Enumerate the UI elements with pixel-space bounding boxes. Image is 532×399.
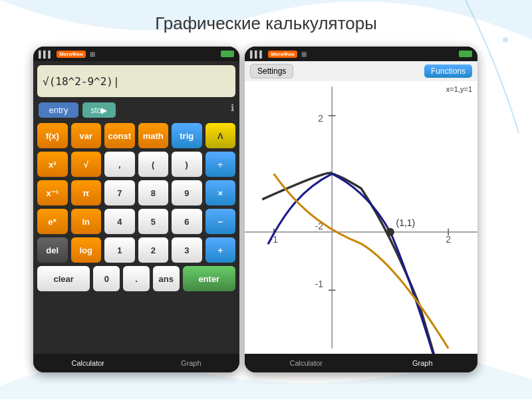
key-multiply[interactable]: × (205, 180, 236, 205)
status-bar-right: ▌▌▌ МегаФон ⊞ (245, 47, 477, 61)
graph-toolbar: Settings Functions (245, 61, 477, 81)
key-row-3: x⁻¹ π 7 8 9 × (37, 180, 235, 205)
key-log[interactable]: log (71, 237, 102, 263)
battery-icon-right (459, 51, 472, 57)
key-0[interactable]: 0 (93, 266, 120, 291)
key-del[interactable]: del (37, 237, 68, 263)
key-minus[interactable]: − (205, 209, 236, 234)
key-ln[interactable]: ln (71, 209, 102, 234)
tab-graph-left[interactable]: Graph (181, 359, 201, 367)
key-xinv[interactable]: x⁻¹ (37, 180, 68, 205)
key-exp[interactable]: eˣ (37, 209, 68, 234)
main-container: ▌▌▌ МегаФон ⊞ √(18^2-9^2)| entry sto▶ ℹ … (33, 47, 499, 372)
battery-icon (221, 51, 234, 57)
key-5[interactable]: 5 (138, 209, 169, 234)
key-math[interactable]: math (138, 123, 169, 148)
signal-icon-right: ▌▌▌ (250, 51, 264, 58)
key-ans[interactable]: ans (153, 266, 180, 291)
entry-button[interactable]: entry (39, 102, 78, 118)
key-divide[interactable]: ÷ (205, 152, 236, 177)
svg-text:-1: -1 (315, 279, 324, 289)
svg-point-0 (503, 37, 508, 43)
key-lparen[interactable]: ( (138, 152, 169, 177)
tab-graph-right[interactable]: Graph (412, 359, 433, 367)
key-clear[interactable]: clear (37, 266, 90, 291)
signal-icon: ▌▌▌ (39, 51, 53, 58)
app-icon-right: ⊞ (301, 51, 307, 58)
key-fx[interactable]: f(x) (37, 123, 68, 148)
info-icon[interactable]: ℹ (231, 102, 234, 118)
coord-label: x=1,y=1 (446, 85, 472, 93)
key-row-6: clear 0 . ans enter (37, 266, 235, 291)
svg-text:2: 2 (446, 234, 451, 245)
functions-button[interactable]: Functions (424, 65, 472, 78)
svg-text:2: 2 (318, 113, 323, 124)
key-4[interactable]: 4 (104, 209, 135, 234)
carrier-logo-right: МегаФон (268, 51, 297, 58)
secondary-row: entry sto▶ ℹ (33, 101, 239, 119)
key-row-2: x² √ , ( ) ÷ (37, 152, 235, 177)
key-row-4: eˣ ln 4 5 6 − (37, 209, 235, 234)
key-6[interactable]: 6 (172, 209, 202, 234)
key-2[interactable]: 2 (138, 237, 169, 263)
display-text: √(18^2-9^2)| (43, 75, 120, 88)
key-pi[interactable]: π (71, 180, 102, 205)
tab-bar-right: Calculator Graph (245, 354, 477, 372)
key-1[interactable]: 1 (104, 237, 135, 263)
carrier-logo: МегаФон (57, 51, 85, 58)
key-8[interactable]: 8 (138, 180, 169, 205)
settings-button[interactable]: Settings (250, 64, 293, 78)
key-xsq[interactable]: x² (37, 152, 68, 177)
key-var[interactable]: var (71, 123, 102, 148)
key-lambda[interactable]: Λ (205, 123, 236, 148)
key-row-1: f(x) var const math trig Λ (37, 123, 235, 148)
key-7[interactable]: 7 (104, 180, 135, 205)
calc-display: √(18^2-9^2)| (37, 65, 235, 97)
key-comma[interactable]: , (104, 152, 135, 177)
key-enter[interactable]: enter (183, 266, 235, 291)
svg-point-14 (386, 228, 394, 236)
page-title: Графические калькуляторы (0, 13, 532, 34)
key-rparen[interactable]: ) (172, 152, 202, 177)
calculator-right: ▌▌▌ МегаФон ⊞ Settings Functions x=1,y=1 (245, 47, 477, 372)
status-bar-left: ▌▌▌ МегаФон ⊞ (33, 47, 239, 61)
key-sqrt[interactable]: √ (71, 152, 102, 177)
tab-bar-left: Calculator Graph (33, 354, 239, 372)
graph-svg: -1 2 2 -1 -2 (1,1) (245, 81, 477, 354)
keypad: f(x) var const math trig Λ x² √ , ( ) ÷ … (33, 119, 239, 354)
tab-calculator-right[interactable]: Calculator (289, 359, 323, 367)
sto-button[interactable]: sto▶ (82, 102, 116, 118)
key-const[interactable]: const (104, 123, 135, 148)
tab-calculator-left[interactable]: Calculator (71, 359, 104, 367)
key-row-5: del log 1 2 3 + (37, 237, 235, 263)
key-trig[interactable]: trig (172, 123, 202, 148)
key-plus[interactable]: + (205, 237, 236, 263)
calculator-left: ▌▌▌ МегаФон ⊞ √(18^2-9^2)| entry sto▶ ℹ … (33, 47, 239, 372)
key-3[interactable]: 3 (172, 237, 202, 263)
graph-area: x=1,y=1 -1 2 2 -1 -2 (245, 81, 477, 354)
app-icon: ⊞ (90, 51, 95, 58)
svg-text:(1,1): (1,1) (396, 217, 416, 228)
key-9[interactable]: 9 (172, 180, 202, 205)
key-dot[interactable]: . (123, 266, 150, 291)
